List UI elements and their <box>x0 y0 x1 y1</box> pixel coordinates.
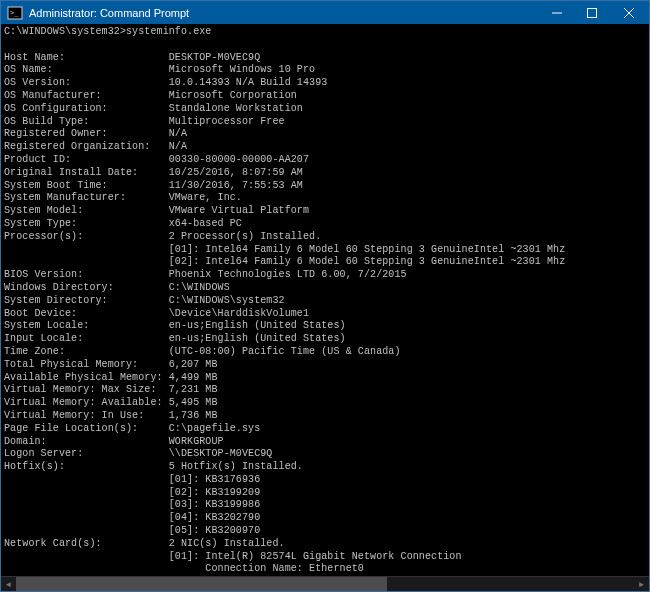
scrollbar-track[interactable] <box>16 577 634 591</box>
svg-text:>_: >_ <box>10 9 19 17</box>
app-icon: >_ <box>7 5 23 21</box>
horizontal-scrollbar[interactable]: ◄ ► <box>1 576 649 591</box>
terminal-output[interactable]: C:\WINDOWS\system32>systeminfo.exe Host … <box>1 24 649 576</box>
scroll-right-arrow[interactable]: ► <box>634 577 649 592</box>
window-title: Administrator: Command Prompt <box>27 7 539 19</box>
window-controls <box>539 1 649 24</box>
close-button[interactable] <box>609 1 649 24</box>
minimize-button[interactable] <box>539 1 574 24</box>
maximize-button[interactable] <box>574 1 609 24</box>
command-prompt-window: >_ Administrator: Command Prompt C:\WIND… <box>0 0 650 592</box>
titlebar[interactable]: >_ Administrator: Command Prompt <box>1 1 649 24</box>
scrollbar-thumb[interactable] <box>16 577 387 591</box>
svg-rect-3 <box>587 8 596 17</box>
scroll-left-arrow[interactable]: ◄ <box>1 577 16 592</box>
